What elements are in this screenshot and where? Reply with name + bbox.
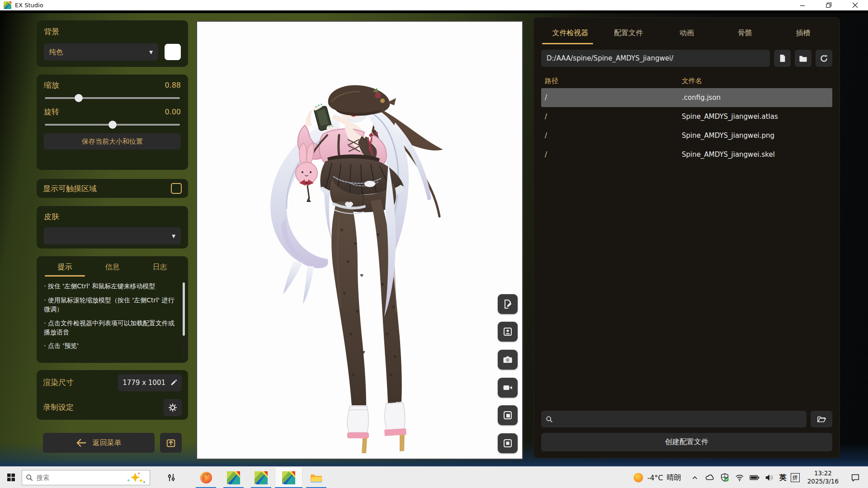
rotation-slider[interactable] (45, 121, 180, 129)
file-table-header: 路径 文件名 (541, 74, 832, 88)
taskbar-app-explorer[interactable] (302, 467, 330, 488)
task-view-icon (166, 472, 177, 483)
cloud-icon (705, 473, 715, 483)
scale-slider-thumb[interactable] (75, 94, 83, 102)
frame-inset-button[interactable] (498, 405, 518, 425)
popout-window-button[interactable] (160, 433, 182, 453)
back-card: 返回菜单 (37, 427, 188, 458)
wifi-icon (735, 473, 745, 483)
file-search-input[interactable] (557, 416, 802, 423)
task-view-button[interactable] (157, 467, 185, 488)
tips-scrollbar[interactable] (183, 282, 185, 358)
table-row[interactable]: / Spine_AMDYS_jiangwei.atlas (541, 107, 832, 126)
tab-tips[interactable]: 提示 (41, 263, 89, 277)
volume-tray-icon[interactable] (764, 472, 775, 483)
render-size-button[interactable]: 1779 x 1001 (118, 374, 182, 391)
restore-button[interactable] (816, 0, 842, 10)
ime-pinyin-button[interactable]: 拼 (791, 473, 800, 482)
refresh-button[interactable] (816, 50, 832, 67)
photos-app-icon (227, 471, 240, 484)
svg-text:♥: ♥ (355, 310, 359, 314)
tray-expand-button[interactable] (689, 472, 701, 483)
tip-item: · 点击文件检视器中列表项可以加载配置文件或播放语音 (44, 319, 177, 337)
tab-info[interactable]: 信息 (89, 263, 136, 277)
save-size-position-button[interactable]: 保存当前大小和位置 (44, 133, 181, 150)
tab-file-inspector[interactable]: 文件检视器 (541, 24, 599, 44)
ime-language-button[interactable]: 英 (778, 473, 788, 483)
taskbar-app-gallery-2[interactable] (247, 467, 275, 488)
skin-card: 皮肤 ▼ (37, 206, 188, 249)
search-icon (26, 474, 33, 481)
taskbar-app-firefox[interactable] (192, 467, 220, 488)
svg-text:♥: ♥ (354, 242, 357, 246)
tab-animation[interactable]: 动画 (658, 24, 716, 44)
weather-condition: 晴朗 (667, 473, 681, 483)
chevron-up-icon (691, 474, 699, 482)
clock-time: 13:22 (807, 469, 839, 478)
workspace: 背景 纯色 ▼ 缩放 0.88 旋转 0.00 (0, 13, 868, 466)
table-row[interactable]: / .config.json (541, 88, 832, 107)
frame-center-button[interactable] (498, 433, 518, 453)
edit-config-button[interactable] (498, 294, 518, 314)
minimize-button[interactable] (789, 0, 816, 10)
background-color-swatch[interactable] (165, 44, 181, 60)
record-video-button[interactable] (498, 378, 518, 398)
new-file-button[interactable] (774, 50, 791, 67)
cell-filename: Spine_AMDYS_jiangwei.atlas (682, 113, 829, 121)
cell-path: / (545, 94, 682, 102)
inspector-tabs: 文件检视器 配置文件 动画 骨骼 插槽 (541, 24, 832, 44)
photos-app-icon (255, 471, 268, 484)
chevron-down-icon: ▼ (172, 234, 175, 239)
portrait-button[interactable] (498, 322, 518, 342)
scale-slider[interactable] (45, 94, 180, 102)
background-label: 背景 (44, 27, 181, 37)
rotation-label: 旋转 (44, 107, 59, 117)
model-viewport[interactable]: ♥♥♥♥ ♥♥♥♥ ♥♥♥♥ ♥♥♥♥ (196, 21, 523, 460)
table-row[interactable]: / Spine_AMDYS_jiangwei.png (541, 126, 832, 145)
clock-widget[interactable]: 13:22 2025/3/16 (803, 469, 843, 485)
wifi-tray-icon[interactable] (734, 472, 745, 483)
rotation-slider-thumb[interactable] (108, 121, 117, 129)
security-tray-icon[interactable] (719, 472, 731, 483)
record-settings-button[interactable] (164, 399, 182, 416)
open-folder-button[interactable] (795, 50, 811, 67)
start-button[interactable] (0, 467, 22, 488)
back-to-menu-button[interactable]: 返回菜单 (43, 433, 155, 453)
camera-icon (502, 354, 513, 365)
background-card: 背景 纯色 ▼ (37, 20, 188, 67)
skin-dropdown[interactable]: ▼ (44, 227, 181, 244)
weather-widget[interactable]: -4°C 晴朗 (633, 472, 681, 483)
frame-inset-icon (502, 410, 513, 421)
taskbar-search-field[interactable] (22, 470, 150, 485)
touch-area-card: 显示可触摸区域 (37, 179, 188, 198)
action-center-button[interactable] (846, 467, 864, 488)
tab-config[interactable]: 配置文件 (599, 24, 658, 44)
scale-slider-track[interactable] (45, 97, 180, 99)
touch-area-checkbox[interactable] (171, 183, 182, 194)
tip-item: · 点击 '预览' (44, 342, 177, 351)
path-input[interactable] (541, 50, 770, 67)
shield-icon (720, 473, 730, 483)
background-type-value: 纯色 (49, 48, 63, 56)
svg-text:♥: ♥ (385, 332, 389, 337)
onedrive-tray-icon[interactable] (704, 472, 716, 483)
battery-icon (749, 473, 760, 483)
screen: EX Studio 背景 纯色 ▼ (0, 0, 868, 488)
background-type-dropdown[interactable]: 纯色 ▼ (44, 43, 158, 61)
tab-slots[interactable]: 插槽 (774, 24, 832, 44)
screenshot-button[interactable] (498, 350, 518, 370)
tab-bones[interactable]: 骨骼 (716, 24, 774, 44)
taskbar-app-gallery-1[interactable] (220, 467, 247, 488)
file-search-field[interactable] (541, 411, 807, 427)
app-logo-icon (4, 1, 11, 9)
frame-center-icon (502, 438, 513, 449)
taskbar-app-exstudio-active[interactable] (275, 467, 302, 488)
create-config-button[interactable]: 创建配置文件 (541, 433, 832, 451)
close-button[interactable] (842, 0, 868, 10)
table-row[interactable]: / Spine_AMDYS_jiangwei.skel (541, 145, 832, 164)
tab-log[interactable]: 日志 (136, 263, 184, 277)
taskbar-search-input[interactable] (37, 474, 123, 481)
battery-tray-icon[interactable] (749, 472, 760, 483)
column-path: 路径 (545, 77, 682, 85)
browse-folder-button[interactable] (811, 411, 832, 427)
